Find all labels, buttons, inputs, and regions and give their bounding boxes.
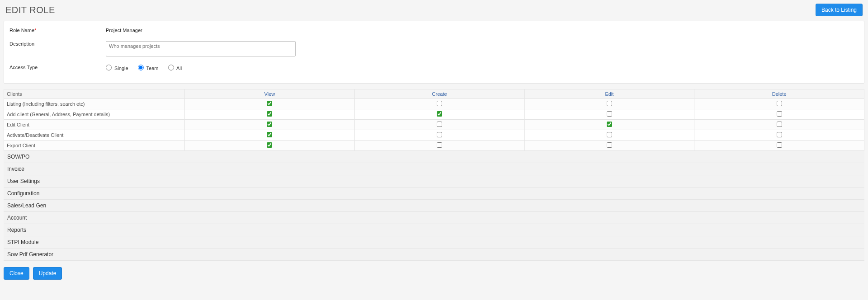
- access-all-option[interactable]: All: [168, 66, 182, 71]
- perm-row: Edit Client: [4, 120, 864, 130]
- section-header-stpi-module[interactable]: STPI Module: [4, 236, 864, 248]
- perm-table-clients: ClientsViewCreateEditDeleteListing (Incl…: [4, 89, 864, 151]
- access-type-label: Access Type: [9, 65, 106, 70]
- role-name-label: Role Name*: [9, 28, 106, 33]
- perm-checkbox[interactable]: [267, 101, 272, 106]
- form-panel: Role Name* Project Manager Description A…: [4, 21, 864, 84]
- perm-row: Activate/Deactivate Client: [4, 130, 864, 141]
- perm-row-label: Edit Client: [4, 120, 185, 130]
- perm-checkbox[interactable]: [267, 111, 272, 117]
- description-label: Description: [9, 41, 106, 47]
- perm-checkbox[interactable]: [607, 122, 612, 127]
- perm-checkbox[interactable]: [607, 142, 612, 148]
- access-type-radio-group: Single Team All: [106, 65, 190, 71]
- perm-col-create: Create: [354, 89, 524, 99]
- access-all-radio[interactable]: [168, 65, 174, 70]
- description-input[interactable]: [106, 41, 296, 56]
- perm-row-label: Listing (Including filters, search etc): [4, 99, 185, 109]
- section-header-clients[interactable]: Clients: [4, 89, 185, 99]
- perm-row-label: Activate/Deactivate Client: [4, 130, 185, 141]
- perm-row-label: Export Client: [4, 141, 185, 151]
- perm-checkbox[interactable]: [777, 101, 782, 106]
- perm-checkbox[interactable]: [777, 122, 782, 127]
- perm-checkbox[interactable]: [607, 111, 612, 117]
- perm-checkbox[interactable]: [267, 122, 272, 127]
- perm-checkbox[interactable]: [777, 132, 782, 137]
- perm-checkbox[interactable]: [777, 111, 782, 117]
- role-name-value: Project Manager: [106, 28, 142, 33]
- perm-row-label: Add client (General, Address, Payment de…: [4, 109, 185, 120]
- section-header-invoice[interactable]: Invoice: [4, 163, 864, 175]
- section-header-sales-lead-gen[interactable]: Sales/Lead Gen: [4, 200, 864, 212]
- section-header-account[interactable]: Account: [4, 212, 864, 224]
- perm-checkbox[interactable]: [607, 101, 612, 106]
- update-button[interactable]: Update: [33, 267, 62, 280]
- access-single-option[interactable]: Single: [106, 66, 130, 71]
- perm-checkbox[interactable]: [267, 142, 272, 148]
- perm-row: Add client (General, Address, Payment de…: [4, 109, 864, 120]
- perm-checkbox[interactable]: [777, 142, 782, 148]
- section-header-reports[interactable]: Reports: [4, 224, 864, 236]
- section-header-sow-pdf-generator[interactable]: Sow Pdf Generator: [4, 248, 864, 261]
- access-single-radio[interactable]: [106, 65, 112, 70]
- perm-checkbox[interactable]: [437, 122, 442, 127]
- perm-checkbox[interactable]: [267, 132, 272, 137]
- perm-checkbox[interactable]: [437, 101, 442, 106]
- perm-row: Listing (Including filters, search etc): [4, 99, 864, 109]
- section-header-sow-po[interactable]: SOW/PO: [4, 151, 864, 163]
- section-header-user-settings[interactable]: User Settings: [4, 175, 864, 188]
- perm-checkbox[interactable]: [607, 132, 612, 137]
- back-to-listing-button[interactable]: Back to Listing: [816, 4, 863, 16]
- perm-checkbox[interactable]: [437, 132, 442, 137]
- perm-checkbox[interactable]: [437, 111, 442, 117]
- close-button[interactable]: Close: [4, 267, 29, 280]
- access-team-option[interactable]: Team: [138, 66, 160, 71]
- perm-checkbox[interactable]: [437, 142, 442, 148]
- section-header-configuration[interactable]: Configuration: [4, 188, 864, 200]
- perm-col-edit: Edit: [524, 89, 694, 99]
- page-title: EDIT ROLE: [5, 5, 55, 15]
- perm-col-view: View: [185, 89, 355, 99]
- perm-col-delete: Delete: [694, 89, 864, 99]
- perm-row: Export Client: [4, 141, 864, 151]
- access-team-radio[interactable]: [138, 65, 144, 70]
